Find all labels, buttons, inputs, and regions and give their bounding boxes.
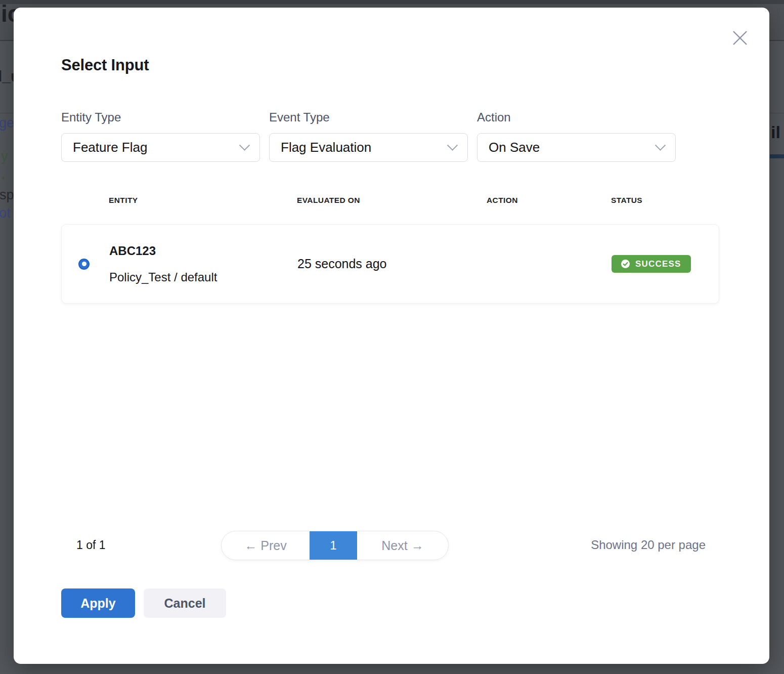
background-text-fragment: sp [0,187,14,203]
prev-page-button[interactable]: ← Prev [222,531,310,560]
entity-detail: Policy_Test / default [109,270,217,284]
status-badge-label: SUCCESS [635,259,681,269]
select-input-modal: Select Input Entity Type Feature Flag Ev… [14,8,769,664]
table-header-action: ACTION [487,196,611,205]
background-text-fragment: . [1,167,5,183]
current-page-button[interactable]: 1 [310,531,357,560]
filter-bar: Entity Type Feature Flag Event Type Flag… [61,110,676,162]
action-label: Action [477,110,676,124]
background-text-fragment: ge [0,115,14,131]
chevron-down-icon [447,140,458,151]
chevron-down-icon [239,140,250,151]
background-text-fragment: il [771,122,780,142]
action-value: On Save [489,140,540,155]
event-type-select[interactable]: Flag Evaluation [269,133,468,162]
event-type-label: Event Type [269,110,468,124]
pagination-summary: 1 of 1 [76,538,106,552]
background-text-fragment: y [1,149,8,164]
table-header-status: STATUS [611,196,719,205]
row-radio-selected[interactable] [78,259,90,270]
action-filter: Action On Save [477,110,676,162]
event-type-value: Flag Evaluation [281,140,371,155]
chevron-down-icon [655,140,666,151]
close-icon[interactable] [732,30,748,46]
event-type-filter: Event Type Flag Evaluation [269,110,468,162]
next-page-button[interactable]: Next → [357,531,448,560]
page-title: Select Input [61,56,149,74]
background-window-top [0,0,784,4]
entity-type-filter: Entity Type Feature Flag [61,110,260,162]
entity-cell: ABC123 Policy_Test / default [62,244,297,284]
background-text-fragment: ot [0,205,11,221]
entity-type-value: Feature Flag [73,140,147,155]
entity-text: ABC123 Policy_Test / default [109,244,217,284]
status-badge: SUCCESS [612,255,691,273]
radio-dot [82,262,86,266]
action-select[interactable]: On Save [477,133,676,162]
apply-button[interactable]: Apply [61,588,135,618]
check-circle-icon [621,260,630,268]
status-cell: SUCCESS [612,255,691,273]
cancel-button[interactable]: Cancel [144,588,226,618]
entity-type-select[interactable]: Feature Flag [61,133,260,162]
evaluated-on-cell: 25 seconds ago [297,257,487,271]
entity-name: ABC123 [109,244,217,258]
pagination-control: ← Prev 1 Next → [221,531,449,560]
background-active-tab-indicator [770,154,784,158]
table-header-entity: ENTITY [61,196,297,205]
table-row[interactable]: ABC123 Policy_Test / default 25 seconds … [61,224,719,304]
table-header-row: ENTITY EVALUATED ON ACTION STATUS [61,196,719,205]
entity-type-label: Entity Type [61,110,260,124]
table-header-evaluated-on: EVALUATED ON [297,196,487,205]
per-page-label: Showing 20 per page [591,538,706,552]
